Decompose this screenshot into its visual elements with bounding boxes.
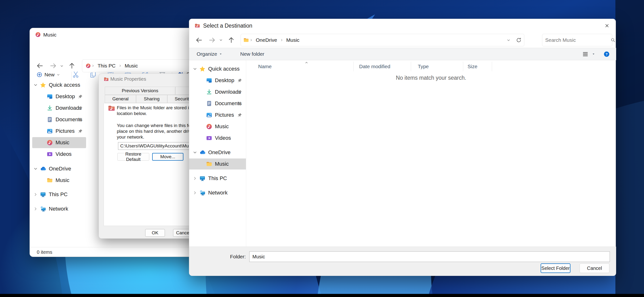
address-bar[interactable]: OneDrive Music <box>241 34 524 46</box>
sidebar-item-quick-access[interactable]: Quick access <box>30 79 86 90</box>
sidebar-item-music[interactable]: Music <box>189 121 246 132</box>
sidebar-item-downloads[interactable]: Downloads <box>30 102 86 114</box>
sidebar-item-desktop[interactable]: Desktop <box>189 75 246 86</box>
cancel-button[interactable]: Cancel <box>580 263 610 273</box>
sidebar-item-documents[interactable]: Documents <box>189 98 246 109</box>
select-folder-button[interactable]: Select Folder <box>541 263 570 273</box>
chevron-down-icon[interactable] <box>192 66 197 71</box>
close-button[interactable] <box>602 20 612 31</box>
tab-previous-versions[interactable]: Previous Versions <box>105 87 175 95</box>
column-header-type[interactable]: Type <box>418 64 429 69</box>
view-dropdown-icon[interactable] <box>592 52 595 56</box>
documents-icon <box>206 100 212 107</box>
sidebar-item-pictures[interactable]: Pictures <box>30 126 86 137</box>
back-icon[interactable] <box>36 62 44 69</box>
new-button-label: New <box>44 72 54 77</box>
column-header-size[interactable]: Size <box>468 64 478 69</box>
folder-name-input[interactable] <box>249 251 610 262</box>
item-count: 0 items <box>37 250 52 255</box>
cut-icon[interactable] <box>72 71 80 78</box>
help-icon[interactable] <box>603 51 610 57</box>
sidebar-item-onedrive[interactable]: OneDrive <box>189 147 246 158</box>
breadcrumb-onedrive[interactable]: OneDrive <box>256 37 277 43</box>
sidebar-item-onedrive-music[interactable]: Music <box>30 175 86 186</box>
column-divider[interactable] <box>463 62 463 71</box>
column-header-name[interactable]: Name <box>258 64 272 69</box>
chevron-down-icon[interactable] <box>192 150 197 155</box>
back-icon[interactable] <box>196 36 203 44</box>
music-icon <box>35 32 41 37</box>
organize-button[interactable]: Organize <box>197 51 222 57</box>
view-list-icon[interactable] <box>582 51 588 57</box>
this-pc-icon <box>199 175 206 182</box>
downloads-icon <box>47 105 53 111</box>
pin-icon[interactable] <box>78 129 83 133</box>
chevron-right-icon[interactable] <box>33 192 38 197</box>
address-dropdown-icon[interactable] <box>506 38 510 42</box>
sidebar-item-this-pc[interactable]: This PC <box>30 189 86 200</box>
sidebar-item-videos[interactable]: Videos <box>189 133 246 144</box>
up-icon[interactable] <box>228 36 235 44</box>
sidebar-item-music[interactable]: Music <box>32 137 86 148</box>
breadcrumb-chevron-icon <box>250 38 253 42</box>
pin-icon[interactable] <box>78 106 83 110</box>
sidebar-item-onedrive-music[interactable]: Music <box>189 158 246 170</box>
sidebar-item-network[interactable]: Network <box>30 203 86 214</box>
breadcrumb-this-pc[interactable]: This PC <box>98 63 116 69</box>
sidebar-item-onedrive[interactable]: OneDrive <box>30 163 86 174</box>
sidebar-item-downloads[interactable]: Downloads <box>189 86 246 97</box>
forward-icon[interactable] <box>50 62 57 69</box>
column-divider[interactable] <box>411 62 411 71</box>
new-folder-button[interactable]: New folder <box>240 51 264 57</box>
navigation-row: OneDrive Music <box>189 32 616 48</box>
pin-icon[interactable] <box>78 117 83 122</box>
pin-icon[interactable] <box>238 78 242 83</box>
pin-icon[interactable] <box>238 101 242 106</box>
sidebar-item-videos[interactable]: Videos <box>30 149 86 160</box>
pin-icon[interactable] <box>78 94 83 99</box>
chevron-right-icon[interactable] <box>192 176 197 181</box>
breadcrumb-music[interactable]: Music <box>125 63 138 69</box>
up-icon[interactable] <box>68 62 76 69</box>
pin-icon[interactable] <box>238 90 242 94</box>
network-icon <box>199 190 206 196</box>
forward-icon[interactable] <box>208 36 216 44</box>
desktop: ? Music <box>0 0 644 297</box>
chevron-right-icon[interactable] <box>33 207 38 211</box>
sidebar-item-desktop[interactable]: Desktop <box>30 91 86 102</box>
chevron-down-icon[interactable] <box>33 166 38 171</box>
search-icon[interactable] <box>610 37 616 43</box>
sidebar-item-this-pc[interactable]: This PC <box>189 173 246 184</box>
sidebar-item-pictures[interactable]: Pictures <box>189 109 246 121</box>
search-input[interactable] <box>545 37 610 43</box>
empty-folder-message: No items match your search. <box>246 75 616 81</box>
new-button[interactable]: New <box>36 69 64 80</box>
refresh-icon[interactable] <box>516 37 522 43</box>
sidebar-item-quick-access[interactable]: Quick access <box>189 63 246 74</box>
ok-button[interactable]: OK <box>145 229 165 237</box>
desktop-icon <box>47 93 53 100</box>
tab-general[interactable]: General <box>105 95 136 103</box>
tab-sharing[interactable]: Sharing <box>136 95 167 103</box>
folder-icon <box>47 177 53 183</box>
music-icon <box>86 63 91 68</box>
chevron-right-icon[interactable] <box>192 190 197 195</box>
search-box[interactable] <box>542 34 612 46</box>
videos-icon <box>47 151 53 157</box>
music-icon <box>206 123 212 130</box>
chevron-down-icon[interactable] <box>33 83 38 87</box>
recent-locations-icon[interactable] <box>60 64 64 68</box>
column-divider[interactable] <box>353 62 354 71</box>
dialog-title: Music Properties <box>110 76 146 82</box>
folder-icon <box>243 37 249 43</box>
explorer-tab-title[interactable]: Music <box>43 32 56 38</box>
column-divider[interactable] <box>492 62 492 71</box>
column-header-date-modified[interactable]: Date modified <box>359 64 390 69</box>
breadcrumb-music[interactable]: Music <box>286 37 300 43</box>
restore-default-button[interactable]: Restore Default <box>117 153 149 161</box>
pin-icon[interactable] <box>238 113 242 117</box>
sidebar-item-network[interactable]: Network <box>189 187 246 198</box>
sidebar-item-documents[interactable]: Documents <box>30 114 86 125</box>
recent-locations-icon[interactable] <box>219 38 223 42</box>
move-button[interactable]: Move... <box>152 153 184 161</box>
